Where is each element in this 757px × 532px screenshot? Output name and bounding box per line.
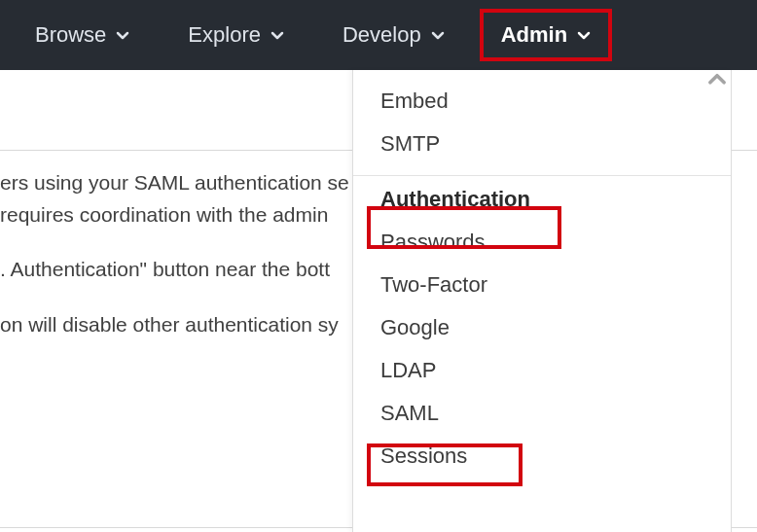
body-line-2: requires coordination with the admin xyxy=(0,203,328,226)
dropdown-item-ldap[interactable]: LDAP xyxy=(353,349,731,392)
body-line-1: ers using your SAML authentication se xyxy=(0,171,349,194)
dropdown-item-passwords[interactable]: Passwords xyxy=(353,221,731,264)
page-body: ers using your SAML authentication se re… xyxy=(0,70,757,532)
admin-dropdown: Embed SMTP Authentication Passwords Two-… xyxy=(352,70,732,532)
dropdown-item-embed[interactable]: Embed xyxy=(353,80,731,123)
top-nav-bar: Browse Explore Develop Admin xyxy=(0,0,757,70)
body-line-3: . Authentication" button near the bott xyxy=(0,258,330,280)
nav-develop-label: Develop xyxy=(342,22,421,48)
chevron-down-icon xyxy=(116,28,129,42)
chevron-down-icon xyxy=(431,28,445,42)
dropdown-item-label: Google xyxy=(380,315,450,339)
dropdown-item-google[interactable]: Google xyxy=(353,306,731,349)
nav-admin-label: Admin xyxy=(501,22,567,48)
dropdown-item-smtp[interactable]: SMTP xyxy=(353,123,731,165)
dropdown-item-label: Passwords xyxy=(380,230,486,254)
dropdown-item-label: Embed xyxy=(380,89,449,113)
dropdown-item-sessions[interactable]: Sessions xyxy=(353,435,731,478)
dropdown-item-label: LDAP xyxy=(380,358,436,382)
dropdown-item-label: SMTP xyxy=(380,131,440,156)
dropdown-item-label: Two-Factor xyxy=(380,272,487,297)
dropdown-item-label: Sessions xyxy=(380,443,467,468)
nav-admin[interactable]: Admin xyxy=(480,9,612,61)
dropdown-item-two-factor[interactable]: Two-Factor xyxy=(353,264,731,306)
chevron-down-icon xyxy=(270,28,284,42)
dropdown-item-label: Authentication xyxy=(380,187,530,211)
dropdown-item-saml[interactable]: SAML xyxy=(353,392,731,435)
dropdown-scroll-up[interactable] xyxy=(707,70,727,89)
nav-browse[interactable]: Browse xyxy=(6,13,159,57)
dropdown-separator xyxy=(353,175,731,176)
dropdown-header-authentication[interactable]: Authentication xyxy=(353,178,731,221)
dropdown-item-label: SAML xyxy=(380,401,439,425)
nav-develop[interactable]: Develop xyxy=(313,13,474,57)
chevron-down-icon xyxy=(577,28,591,42)
nav-explore[interactable]: Explore xyxy=(159,13,313,57)
chevron-up-icon xyxy=(707,70,727,89)
body-line-4: on will disable other authentication sy xyxy=(0,313,339,336)
nav-explore-label: Explore xyxy=(188,22,261,48)
nav-browse-label: Browse xyxy=(35,22,106,48)
